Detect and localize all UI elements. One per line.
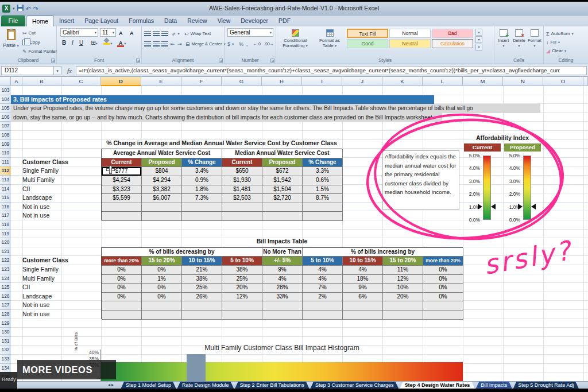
row-header-119[interactable]: 119 bbox=[0, 230, 11, 239]
column-header-F[interactable]: F bbox=[181, 77, 222, 86]
format-painter-button[interactable]: ✎Format Painter bbox=[22, 47, 57, 56]
row-header-121[interactable]: 121 bbox=[0, 247, 11, 257]
column-header-N[interactable]: N bbox=[503, 77, 543, 86]
align-right-button[interactable] bbox=[161, 40, 168, 48]
column-header-E[interactable]: E bbox=[141, 77, 181, 86]
sheet-cell[interactable] bbox=[303, 212, 343, 221]
sheet-cell[interactable]: 2% bbox=[303, 293, 343, 302]
row-header-118[interactable]: 118 bbox=[0, 220, 11, 230]
sheet-cell[interactable] bbox=[182, 301, 222, 311]
increase-indent-button[interactable]: ⇥ bbox=[177, 40, 182, 48]
tab-view[interactable]: View bbox=[212, 15, 236, 26]
row-header-112[interactable]: 112 bbox=[0, 166, 11, 176]
sheet-cell[interactable]: 9% bbox=[343, 284, 383, 293]
sheet-cell[interactable]: 20% bbox=[383, 293, 423, 302]
shrink-font-button[interactable]: A bbox=[130, 29, 134, 37]
copy-button[interactable]: Copy bbox=[22, 38, 40, 46]
sheet-cell[interactable]: 12% bbox=[383, 275, 423, 284]
gallery-scroll-up[interactable]: ▴ bbox=[475, 29, 482, 36]
sheet-cell[interactable]: 0.6% bbox=[303, 176, 343, 185]
sheet-cell[interactable] bbox=[222, 311, 262, 320]
sheet-cell[interactable]: 25% bbox=[222, 275, 262, 284]
sheet-cell[interactable]: 0% bbox=[423, 275, 463, 284]
gallery-more-button[interactable]: ▾ bbox=[475, 44, 482, 51]
sheet-cell[interactable]: $5,599 bbox=[102, 194, 142, 203]
sheet-cell[interactable] bbox=[383, 301, 423, 311]
cut-button[interactable]: ✂Cut bbox=[22, 29, 36, 37]
align-middle-button[interactable] bbox=[153, 29, 160, 38]
sheet-cell[interactable]: $4,254 bbox=[102, 176, 142, 185]
column-header-H[interactable]: H bbox=[262, 77, 302, 86]
sheet-cell[interactable]: 0% bbox=[142, 284, 182, 293]
column-header-K[interactable]: K bbox=[382, 77, 423, 86]
sheet-cell[interactable] bbox=[142, 301, 182, 311]
sheet-cell[interactable] bbox=[303, 301, 343, 311]
alignment-dialog-launcher[interactable] bbox=[219, 59, 223, 63]
row-header-116[interactable]: 116 bbox=[0, 203, 11, 212]
gallery-scroll-down[interactable]: ▾ bbox=[475, 36, 482, 43]
sheet-cell[interactable]: $2,503 bbox=[222, 194, 262, 203]
sheet-cell[interactable]: 0.9% bbox=[182, 176, 222, 185]
sheet-cell[interactable] bbox=[423, 311, 463, 320]
row-header-126[interactable]: 126 bbox=[0, 292, 11, 301]
row-header-105[interactable]: 105 bbox=[0, 104, 11, 113]
column-header-L[interactable]: L bbox=[423, 77, 463, 86]
sheet-cell[interactable]: 0% bbox=[423, 284, 463, 293]
italic-button[interactable]: I bbox=[69, 38, 76, 48]
sheet-cell[interactable]: 0% bbox=[102, 284, 142, 293]
bold-button[interactable]: B bbox=[60, 38, 68, 48]
row-header-134[interactable]: 134 bbox=[0, 364, 11, 373]
sheet-cell[interactable]: 8.7% bbox=[303, 194, 343, 203]
sheet-cell[interactable] bbox=[222, 212, 262, 221]
sheet-cell[interactable]: 25% bbox=[182, 284, 222, 293]
row-header-132[interactable]: 132 bbox=[0, 346, 11, 355]
sheet-cell[interactable]: 11% bbox=[383, 266, 423, 275]
sheet-cell[interactable]: 1% bbox=[142, 275, 182, 284]
row-header-109[interactable]: 109 bbox=[0, 140, 11, 149]
tab-data[interactable]: Data bbox=[159, 15, 182, 26]
decrease-indent-button[interactable]: ⇤ bbox=[171, 40, 175, 48]
sheet-cell[interactable]: 7.3% bbox=[182, 194, 222, 203]
font-dialog-launcher[interactable] bbox=[136, 59, 140, 63]
sheet-cell[interactable] bbox=[222, 203, 262, 212]
sheet-cell[interactable]: $1,481 bbox=[222, 185, 262, 195]
autosum-button[interactable]: ΣAutoSum▾ bbox=[546, 29, 574, 38]
align-top-button[interactable] bbox=[144, 29, 151, 38]
sheet-cell[interactable] bbox=[142, 311, 182, 320]
currency-button[interactable]: $▾ bbox=[227, 40, 234, 48]
sheet-cell[interactable] bbox=[343, 301, 383, 311]
fill-color-button[interactable]: ▾ bbox=[102, 38, 114, 48]
sheet-cell[interactable]: 18% bbox=[343, 275, 383, 284]
row-header-107[interactable]: 107 bbox=[0, 122, 11, 131]
sheet-cell[interactable]: 33% bbox=[262, 293, 303, 302]
row-header-133[interactable]: 133 bbox=[0, 355, 11, 364]
merge-center-button[interactable]: ⊟Merge & Center▾ bbox=[185, 40, 226, 48]
sheet-cell[interactable] bbox=[303, 311, 343, 320]
sheet-cell[interactable] bbox=[262, 311, 303, 320]
row-header-125[interactable]: 125 bbox=[0, 283, 11, 292]
tab-insert[interactable]: Insert bbox=[54, 15, 79, 26]
column-header-M[interactable]: M bbox=[463, 77, 503, 86]
sheet-cell[interactable]: 38% bbox=[222, 266, 262, 275]
sheet-cell[interactable]: 12% bbox=[222, 293, 262, 302]
name-box-dropdown[interactable]: ▾ bbox=[54, 66, 61, 75]
fill-button[interactable]: ↓Fill▾ bbox=[546, 38, 560, 46]
row-header-113[interactable]: 113 bbox=[0, 176, 11, 185]
spreadsheet[interactable]: 1031041051061071081091101111121131141151… bbox=[0, 86, 588, 382]
grow-font-button[interactable]: A bbox=[119, 29, 123, 37]
tab-developer[interactable]: Developer bbox=[235, 15, 273, 26]
sheet-cell[interactable] bbox=[142, 212, 182, 221]
column-header-C[interactable]: C bbox=[61, 77, 101, 86]
cell-style-text-fill[interactable]: Text Fill bbox=[347, 29, 388, 38]
sheet-cell[interactable] bbox=[182, 203, 222, 212]
sheet-nav-buttons[interactable]: ◂▸ bbox=[108, 382, 115, 389]
sheet-cell[interactable]: 20% bbox=[222, 284, 262, 293]
sheet-cell[interactable]: 0% bbox=[102, 293, 142, 302]
align-center-button[interactable] bbox=[153, 40, 160, 48]
column-header-A[interactable]: A bbox=[11, 77, 22, 86]
column-header-partial[interactable] bbox=[583, 77, 588, 86]
row-header-104[interactable]: 104 bbox=[0, 95, 11, 104]
row-header-103[interactable]: 103 bbox=[0, 86, 11, 95]
comma-button[interactable]: , bbox=[246, 40, 248, 48]
sheet-cell[interactable] bbox=[182, 212, 222, 221]
